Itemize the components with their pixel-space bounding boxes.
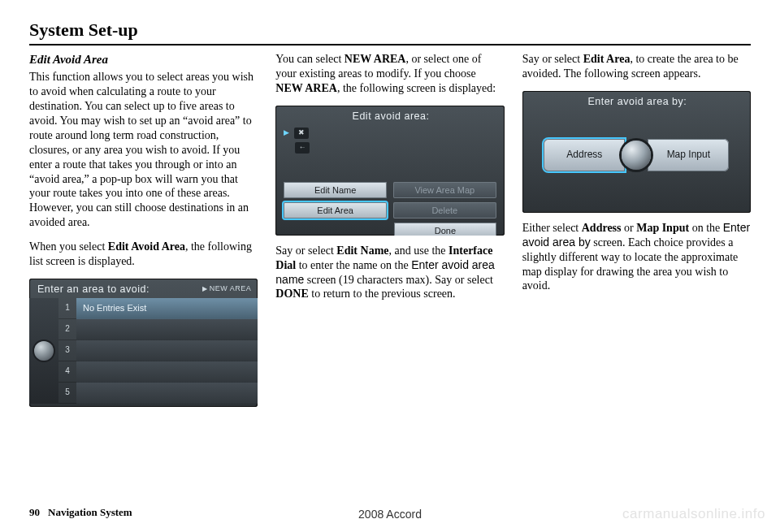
screenshot-edit-avoid-area: Edit avoid area: ▶ ✖ ← Edit Name View Ar… xyxy=(275,106,504,236)
screen1-new-area: ▶NEW AREA xyxy=(202,284,251,294)
screen2-header: Edit avoid area: xyxy=(275,106,504,125)
screen2-done-row: Done xyxy=(284,223,496,236)
screen1-row xyxy=(76,319,258,340)
t-bold: Map Input xyxy=(636,222,689,234)
btn-map-input: Map Input xyxy=(648,139,729,171)
dial-icon xyxy=(622,141,651,170)
chip-icon: ✖ xyxy=(294,128,309,139)
t: , and use the xyxy=(389,244,448,257)
row-num: 2 xyxy=(58,319,76,340)
watermark: carmanualsonline.info xyxy=(622,506,765,522)
col1-para2-bold: Edit Avoid Area xyxy=(108,240,185,253)
t: screen (19 characters max). Say or selec… xyxy=(304,274,492,286)
row-num: 1 xyxy=(58,298,76,319)
t-bold: Edit Name xyxy=(336,244,388,257)
screen1-title: Enter an area to avoid: xyxy=(37,283,150,296)
screen1-rows: No Entries Exist xyxy=(76,298,258,404)
screen3-title: Enter avoid area by: xyxy=(587,95,687,108)
col2-para2: Say or select Edit Name, and use the Int… xyxy=(275,244,504,302)
row-num: 5 xyxy=(58,383,76,404)
t: Say or select xyxy=(275,244,336,257)
screen1-new-area-text: NEW AREA xyxy=(210,284,252,292)
row-num: 4 xyxy=(58,361,76,383)
triangle-icon: ▶ xyxy=(202,285,208,293)
screen2-icons-2: ← xyxy=(275,141,504,154)
column-1: Edit Avoid Area This function allows you… xyxy=(29,52,258,415)
chip-icon: ← xyxy=(295,142,310,154)
screen1-row-selected: No Entries Exist xyxy=(76,298,258,319)
btn-done: Done xyxy=(394,223,496,236)
btn-edit-name: Edit Name xyxy=(284,182,387,198)
page-title: System Set-up xyxy=(29,19,751,41)
t-bold: NEW AREA xyxy=(275,82,337,94)
screenshot-enter-avoid-area-by: Enter avoid area by: Address Map Input xyxy=(522,91,751,213)
t: You can select xyxy=(275,53,344,65)
screen2-icons: ▶ ✖ xyxy=(275,125,504,141)
btn-delete: Delete xyxy=(393,202,496,218)
t-bold: DONE xyxy=(275,288,308,300)
screen1-row xyxy=(76,383,258,404)
btn-address: Address xyxy=(544,139,625,171)
cursor-icon: ▶ xyxy=(284,128,289,138)
column-2: You can select NEW AREA, or select one o… xyxy=(275,52,504,415)
col1-para1: This function allows you to select areas… xyxy=(29,70,258,230)
screen1-dial-col xyxy=(29,298,58,404)
t: to enter the name on the xyxy=(296,259,411,271)
screen2-title: Edit avoid area: xyxy=(353,110,430,123)
col3-para1: Say or select Edit Area, to create the a… xyxy=(522,52,751,81)
screen1-body: 1 2 3 4 5 No Entries Exist xyxy=(29,298,258,404)
t: to return to the previous screen. xyxy=(309,288,456,300)
screen1-numbers: 1 2 3 4 5 xyxy=(58,298,76,404)
t-bold: Edit Area xyxy=(583,53,630,65)
screenshot-enter-area: Enter an area to avoid: ▶NEW AREA 1 2 3 … xyxy=(29,279,258,407)
t: , the following screen is displayed: xyxy=(337,82,496,94)
col2-para1: You can select NEW AREA, or select one o… xyxy=(275,52,504,96)
content-columns: Edit Avoid Area This function allows you… xyxy=(29,52,751,415)
col1-para2: When you select Edit Avoid Area, the fol… xyxy=(29,240,258,269)
t: Say or select xyxy=(522,53,583,65)
t-bold: NEW AREA xyxy=(344,53,406,65)
screen2-buttons: Edit Name View Area Map Edit Area Delete xyxy=(284,182,496,218)
row-num: 3 xyxy=(58,340,76,361)
btn-edit-area: Edit Area xyxy=(284,202,387,218)
t: on the xyxy=(689,222,723,234)
screen1-row xyxy=(76,340,258,361)
title-rule xyxy=(29,44,751,45)
btn-view-area-map: View Area Map xyxy=(393,182,496,198)
screen1-row xyxy=(76,361,258,383)
col1-para2-pre: When you select xyxy=(29,240,108,253)
t-bold: Address xyxy=(582,222,622,234)
section-heading: Edit Avoid Area xyxy=(29,52,258,67)
screen1-header: Enter an area to avoid: ▶NEW AREA xyxy=(29,279,258,298)
t: or xyxy=(622,222,637,234)
column-3: Say or select Edit Area, to create the a… xyxy=(522,52,751,415)
dial-icon xyxy=(34,341,54,361)
t: Either select xyxy=(522,222,582,234)
col3-para2: Either select Address or Map Input on th… xyxy=(522,221,751,294)
screen3-header: Enter avoid area by: xyxy=(522,91,751,110)
screen3-choices: Address Map Input xyxy=(522,110,751,200)
